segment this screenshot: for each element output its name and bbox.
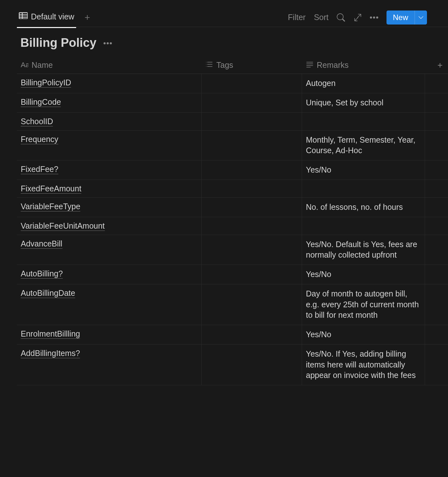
more-icon[interactable] [370, 13, 378, 22]
cell-tags[interactable] [202, 160, 302, 180]
column-header-tags[interactable]: Tags [202, 61, 302, 70]
column-header-label: Tags [216, 61, 233, 70]
cell-remarks[interactable] [302, 217, 425, 235]
cell-tags[interactable] [202, 131, 302, 160]
database-menu-icon[interactable] [104, 40, 112, 46]
sort-button[interactable]: Sort [314, 13, 329, 22]
lines-icon [306, 61, 314, 70]
table-row[interactable]: Frequency Monthly, Term, Semester, Year,… [17, 131, 448, 161]
plus-icon: + [437, 60, 443, 70]
cell-remarks[interactable]: Yes/No [302, 265, 425, 284]
text-type-icon: Aa [21, 61, 28, 70]
expand-icon[interactable] [353, 13, 362, 22]
cell-tags[interactable] [202, 345, 302, 385]
new-dropdown-button[interactable] [415, 11, 427, 25]
cell-remarks[interactable]: Unique, Set by school [302, 93, 425, 112]
table-row[interactable]: VariableFeeUnitAmount [17, 217, 448, 235]
cell-name[interactable]: Frequency [17, 131, 202, 160]
table-row[interactable]: VariableFeeType No. of lessons, no. of h… [17, 198, 448, 217]
table-row[interactable]: BillingPolicyID Autogen [17, 74, 448, 93]
column-header-label: Name [32, 61, 53, 70]
svg-point-1 [373, 16, 375, 18]
column-header-label: Remarks [317, 61, 349, 70]
svg-point-2 [376, 16, 378, 18]
cell-name[interactable]: AddBillingItems? [17, 345, 202, 385]
table-row[interactable]: AutoBillingDate Day of month to autogen … [17, 284, 448, 325]
svg-point-4 [106, 42, 109, 44]
cell-remarks[interactable]: Yes/No. Default is Yes, fees are normall… [302, 235, 425, 265]
cell-remarks[interactable]: Monthly, Term, Semester, Year, Course, A… [302, 131, 425, 160]
cell-remarks[interactable]: Day of month to autogen bill, e.g. every… [302, 284, 425, 325]
filter-button[interactable]: Filter [288, 13, 306, 22]
table-row[interactable]: AddBillingItems? Yes/No. If Yes, adding … [17, 345, 448, 385]
column-header-name[interactable]: Aa Name [17, 61, 202, 70]
cell-name[interactable]: AdvanceBill [17, 235, 202, 265]
cell-name[interactable]: FixedFee? [17, 160, 202, 180]
tab-label: Default view [31, 12, 74, 21]
search-icon[interactable] [337, 13, 345, 22]
cell-tags[interactable] [202, 217, 302, 235]
add-view-button[interactable]: + [82, 12, 93, 23]
cell-remarks[interactable] [302, 180, 425, 197]
cell-name[interactable]: FixedFeeAmount [17, 180, 202, 197]
table-row[interactable]: SchoolID [17, 113, 448, 131]
cell-remarks[interactable]: No. of lessons, no. of hours [302, 198, 425, 217]
chevron-down-icon [418, 15, 424, 20]
cell-name[interactable]: AutoBillingDate [17, 284, 202, 325]
cell-tags[interactable] [202, 265, 302, 284]
table-row[interactable]: EnrolmentBillling Yes/No [17, 325, 448, 345]
cell-tags[interactable] [202, 235, 302, 265]
table-row[interactable]: BillingCode Unique, Set by school [17, 93, 448, 113]
title-row: Billing Policy [20, 27, 448, 57]
cell-name[interactable]: SchoolID [17, 113, 202, 130]
table-row[interactable]: AutoBilling? Yes/No [17, 265, 448, 284]
cell-remarks[interactable]: Autogen [302, 74, 425, 93]
svg-point-0 [370, 16, 372, 18]
column-header-row: Aa Name Tags Remarks + [17, 57, 448, 74]
cell-name[interactable]: EnrolmentBillling [17, 325, 202, 344]
table-row[interactable]: FixedFeeAmount [17, 180, 448, 198]
cell-remarks[interactable]: Yes/No. If Yes, adding billing items her… [302, 345, 425, 385]
tab-default-view[interactable]: Default view [17, 7, 76, 28]
table-row[interactable]: FixedFee? Yes/No [17, 160, 448, 180]
cell-tags[interactable] [202, 113, 302, 130]
cell-name[interactable]: BillingPolicyID [17, 74, 202, 93]
cell-tags[interactable] [202, 180, 302, 197]
add-column-button[interactable]: + [432, 60, 448, 70]
cell-name[interactable]: BillingCode [17, 93, 202, 112]
cell-tags[interactable] [202, 284, 302, 325]
cell-tags[interactable] [202, 198, 302, 217]
cell-tags[interactable] [202, 74, 302, 93]
cell-tags[interactable] [202, 325, 302, 344]
database-title[interactable]: Billing Policy [20, 36, 97, 50]
table-row[interactable]: AdvanceBill Yes/No. Default is Yes, fees… [17, 235, 448, 265]
column-header-remarks[interactable]: Remarks [302, 61, 432, 70]
cell-name[interactable]: VariableFeeType [17, 198, 202, 217]
svg-point-3 [104, 42, 106, 44]
svg-point-5 [110, 42, 112, 44]
svg-text:Aa: Aa [21, 61, 28, 68]
cell-name[interactable]: AutoBilling? [17, 265, 202, 284]
cell-name[interactable]: VariableFeeUnitAmount [17, 217, 202, 235]
new-button[interactable]: New [387, 11, 415, 25]
tabs-row: Default view + Filter Sort New [17, 8, 448, 27]
table-icon [19, 11, 28, 22]
cell-tags[interactable] [202, 93, 302, 112]
list-icon [206, 61, 213, 70]
cell-remarks[interactable]: Yes/No [302, 325, 425, 344]
cell-remarks[interactable] [302, 113, 425, 130]
cell-remarks[interactable]: Yes/No [302, 160, 425, 180]
